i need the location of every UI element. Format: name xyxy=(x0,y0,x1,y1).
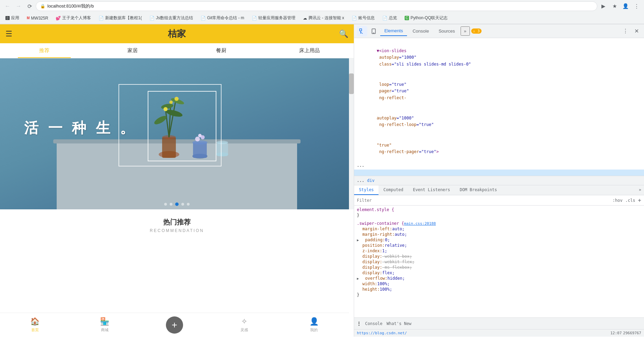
filter-bar: :hov .cls + xyxy=(354,195,644,206)
tree-line-ion-slides-3[interactable]: autoplay="1000" ng-reflect-loop="true" xyxy=(354,108,644,135)
tab-computed[interactable]: Computed xyxy=(379,185,408,195)
menu-icon[interactable]: ☰ xyxy=(5,30,12,38)
whatsnew-tab[interactable]: What's New xyxy=(387,321,411,326)
devtools-device-toggle[interactable] xyxy=(369,26,379,36)
tab-dom-breakpoints[interactable]: DOM Breakpoints xyxy=(455,185,502,195)
inner-selection-box xyxy=(148,91,216,161)
shop-icon: 🏪 xyxy=(100,317,109,326)
slider-dot-3[interactable] xyxy=(175,202,179,206)
tab-sources[interactable]: Sources xyxy=(434,26,459,36)
add-button[interactable]: + xyxy=(166,316,183,334)
bookmarks-bar: 🅳 应用 M MW325R 💕 王子龙个人博客 📄 新建数据库【教程1( 📄 J… xyxy=(0,12,644,24)
nav-tab-bedding[interactable]: 床上用品 xyxy=(265,43,354,58)
bookmark-js[interactable]: 📄 Js数组去重方法总结 xyxy=(147,14,196,22)
devtools-close[interactable]: ✕ xyxy=(632,26,641,36)
search-icon[interactable]: 🔍 xyxy=(339,30,348,38)
devtools-breadcrumb: ... div xyxy=(354,176,644,185)
status-extra: 29669767 xyxy=(623,331,641,335)
status-bar: https://blog.csdn.net/ 12:07 29669767 xyxy=(354,329,644,337)
bookmark-account[interactable]: 📄 账号信息 xyxy=(349,14,377,22)
filter-add-btn[interactable]: + xyxy=(638,197,641,204)
bookmark-overview[interactable]: 📄 总览 xyxy=(380,14,400,22)
inspire-label: 灵感 xyxy=(240,327,248,333)
slider-dot-2[interactable] xyxy=(170,203,172,206)
slider-dot-5[interactable] xyxy=(187,203,190,206)
console-bar-dots: ⋮ xyxy=(357,321,361,326)
tab-elements[interactable]: Elements xyxy=(380,26,407,36)
tree-line-swiper[interactable]: ▶<div class="swiper-container xyxy=(354,170,644,176)
mine-icon: 👤 xyxy=(309,317,319,326)
scrollbar-thumb[interactable] xyxy=(349,73,354,94)
extensions-button[interactable]: ▶ xyxy=(599,1,608,11)
devtools-dots[interactable]: ⋮ xyxy=(621,26,630,36)
bookmark-button[interactable]: ★ xyxy=(610,1,619,11)
tab-console[interactable]: Console xyxy=(408,26,433,36)
tab-style-more[interactable]: » xyxy=(636,185,644,195)
nav-home[interactable]: 🏠 首页 xyxy=(0,317,70,333)
bookmark-apps[interactable]: 🅳 应用 xyxy=(3,14,22,22)
nav-shop[interactable]: 🏪 商城 xyxy=(70,317,139,333)
tree-line-ion-slides[interactable]: ▼<ion-slides autoplay="1000" class="sli … xyxy=(354,41,644,74)
rec-title-en: RECOMMENDATION xyxy=(0,228,354,233)
tab-event-listeners[interactable]: Event Listeners xyxy=(408,185,455,195)
bookmark-git[interactable]: 📄 Git常用命令总结 - m xyxy=(198,14,247,22)
website-panel: ☰ 桔家 🔍 推荐 家居 餐厨 床上用品 xyxy=(0,24,354,337)
bookmark-blog[interactable]: 💕 王子龙个人博客 xyxy=(53,14,94,22)
tree-line-ion-slides-2[interactable]: loop="true" pager="true" ng-reflect- xyxy=(354,74,644,108)
app-header: ☰ 桔家 🔍 xyxy=(0,24,354,43)
style-tabs: Styles Computed Event Listeners DOM Brea… xyxy=(354,185,644,195)
recommendation-section: 热门推荐 RECOMMENDATION xyxy=(0,209,354,239)
website-scrollbar[interactable] xyxy=(349,58,354,209)
devtools-inspect-toggle[interactable] xyxy=(357,26,367,36)
filter-input[interactable] xyxy=(357,198,610,203)
bookmark-server[interactable]: 📄 轻量应用服务器管理 xyxy=(249,14,298,22)
css-rule-element-style: element.style { } xyxy=(357,207,641,218)
bookmark-tencent[interactable]: ☁ 腾讯云 - 连接智能 x xyxy=(300,14,347,22)
menu-button[interactable]: ⋮ xyxy=(632,1,641,11)
browser-chrome: ← → ⟳ 🔒 localhost:8100/#/我的/b ▶ ★ 👤 ⋮ 🅳 … xyxy=(0,0,644,24)
bookmark-db[interactable]: 📄 新建数据库【教程1( xyxy=(96,14,145,22)
status-time: 12:07 xyxy=(610,331,622,335)
nav-tab-furniture[interactable]: 家居 xyxy=(89,43,177,58)
nav-inspire[interactable]: ✧ 灵感 xyxy=(210,317,279,333)
profile-button[interactable]: 👤 xyxy=(621,1,630,11)
url-text: localhost:8100/#/我的/b xyxy=(47,3,593,9)
bookmark-mw325r[interactable]: M MW325R xyxy=(24,15,51,21)
bookmark-python[interactable]: C Python-QQ联天记志 xyxy=(402,14,450,22)
reload-button[interactable]: ⟳ xyxy=(25,1,34,11)
mine-label: 我的 xyxy=(310,327,318,333)
filter-hov-btn[interactable]: :hov xyxy=(613,198,623,203)
warning-badge: ⚠ 3 xyxy=(471,28,482,34)
breadcrumb-dots: ... xyxy=(357,178,364,183)
app-title: 桔家 xyxy=(168,28,186,40)
slider-dot-1[interactable] xyxy=(164,203,167,206)
tree-line-ion-slides-4[interactable]: "true" ng-reflect-pager="true"> xyxy=(354,135,644,162)
devtools-console-bar: ⋮ Console What's New xyxy=(354,317,644,329)
nav-tab-recommend[interactable]: 推荐 xyxy=(0,43,89,58)
tab-styles[interactable]: Styles xyxy=(354,185,379,195)
nav-mine[interactable]: 👤 我的 xyxy=(279,317,349,333)
slider-dots xyxy=(164,202,190,206)
console-tab[interactable]: Console xyxy=(365,321,383,326)
hero-area: 活 一 种 生 。 xyxy=(0,58,354,209)
html-tree: ▼<ion-slides autoplay="1000" class="sli … xyxy=(354,38,644,176)
devtools-panel: Elements Console Sources » ⚠ 3 ⋮ ✕ ▼<ion… xyxy=(354,24,644,337)
rec-title-zh: 热门推荐 xyxy=(0,218,354,227)
home-icon: 🏠 xyxy=(30,317,39,326)
forward-button[interactable]: → xyxy=(14,1,23,11)
app-nav: 推荐 家居 餐厨 床上用品 xyxy=(0,43,354,58)
status-url-link[interactable]: https://blog.csdn.net/ xyxy=(357,331,407,335)
lock-icon: 🔒 xyxy=(40,4,45,9)
tab-more[interactable]: » xyxy=(461,26,470,36)
filter-cls-btn[interactable]: .cls xyxy=(625,198,635,203)
slider-dot-4[interactable] xyxy=(181,203,184,206)
nav-tab-kitchen[interactable]: 餐厨 xyxy=(177,43,265,58)
address-bar[interactable]: 🔒 localhost:8100/#/我的/b xyxy=(36,1,597,11)
back-button[interactable]: ← xyxy=(3,1,12,11)
breadcrumb-element[interactable]: div xyxy=(367,178,375,183)
status-url: https://blog.csdn.net/ xyxy=(357,331,407,335)
home-label: 首页 xyxy=(31,327,39,333)
nav-add[interactable]: + xyxy=(139,316,209,334)
browser-toolbar: ← → ⟳ 🔒 localhost:8100/#/我的/b ▶ ★ 👤 ⋮ xyxy=(0,0,644,12)
svg-rect-22 xyxy=(360,29,362,31)
